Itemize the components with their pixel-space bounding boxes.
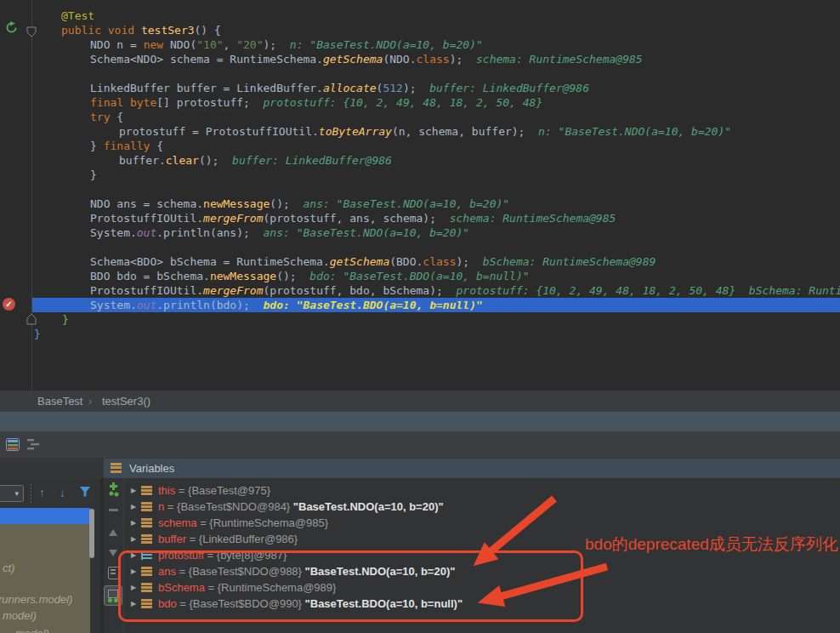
variables-header-label: Variables (129, 459, 174, 478)
code-token: mergeFrom (203, 284, 263, 297)
frame-up-button[interactable]: ↑ (39, 484, 45, 501)
code-token: Schema<NDO> schema = RuntimeSchema. (90, 53, 323, 66)
inline-debug-hint: bdo: "BaseTest.BDO(a=10, b=null)" (250, 299, 483, 311)
code-line[interactable]: Schema<BDO> bSchema = RuntimeSchema.getS… (0, 254, 840, 269)
code-line[interactable] (0, 66, 840, 81)
code-token: ; (243, 96, 250, 109)
code-line[interactable]: NDO n = new NDO("10", "20"); n: "BaseTes… (0, 37, 840, 52)
code-token: } (34, 328, 41, 340)
code-token: NDO ans = schema. (90, 197, 203, 210)
breadcrumb-separator-icon: › (88, 391, 92, 413)
variable-row[interactable]: ▶n = {BaseTest$NDO@984} "BaseTest.NDO(a=… (124, 499, 840, 515)
code-line[interactable]: Schema<NDO> schema = RuntimeSchema.getSc… (0, 52, 840, 66)
code-line[interactable]: System.out.println(ans); ans: "BaseTest.… (0, 225, 840, 240)
code-line[interactable]: final byte[] protostuff; protostuff: {10… (0, 95, 840, 110)
code-token: finally (104, 140, 157, 152)
code-token: allocate (323, 82, 377, 94)
thread-dropdown[interactable]: ▾ (0, 485, 24, 502)
menu-icon (111, 463, 122, 473)
breadcrumb-method[interactable]: testSer3() (102, 391, 150, 413)
breadcrumb-class[interactable]: BaseTest (37, 391, 82, 413)
debugger-window-icon[interactable] (5, 437, 20, 452)
code-token: ); (264, 38, 277, 51)
code-line[interactable]: protostuff = ProtostuffIOUtil.toByteArra… (0, 124, 840, 139)
code-editor[interactable]: ✓ @Testpublic void testSer3() {NDO n = n… (0, 0, 840, 390)
expand-arrow-icon[interactable]: ▶ (131, 499, 136, 515)
code-token: () { (195, 24, 221, 37)
code-line[interactable]: LinkedBuffer buffer = LinkedBuffer.alloc… (0, 81, 840, 95)
code-line[interactable]: ProtostuffIOUtil.mergeFrom(protostuff, a… (0, 211, 840, 225)
code-token: Schema<BDO> bSchema = RuntimeSchema. (90, 255, 330, 268)
code-token: { (156, 140, 163, 152)
code-line[interactable]: buffer.clear(); buffer: LinkedBuffer@986 (0, 153, 840, 168)
selected-frame-row[interactable] (0, 508, 90, 524)
code-line[interactable]: try { (0, 110, 840, 124)
annotation-rectangle (118, 550, 583, 622)
code-token: newMessage (203, 197, 270, 210)
variable-row[interactable]: ▶this = {BaseTest@975} (124, 482, 840, 499)
inline-debug-hint: protostuff: {10, 2, 49, 48, 18, 2, 50, 4… (443, 284, 735, 297)
code-token: BDO bdo = bSchema. (90, 270, 210, 282)
inline-debug-hint: bdo: "BaseTest.BDO(a=10, b=null)" (297, 270, 530, 282)
tab-variables[interactable]: Variables (104, 459, 840, 478)
code-token: (protostuff, bdo, bSchema); (264, 284, 443, 297)
remove-watch-icon[interactable] (109, 509, 118, 511)
code-line[interactable] (0, 240, 840, 254)
code-token: ProtostuffIOUtil. (90, 212, 203, 225)
code-token: ); (403, 82, 417, 94)
frame-item[interactable]: model) (15, 627, 49, 633)
move-up-icon[interactable] (109, 529, 117, 536)
code-token: protostuff = ProtostuffIOUtil. (119, 125, 319, 138)
code-token: } (62, 313, 69, 326)
breadcrumb: BaseTest › testSer3() (0, 390, 840, 412)
frame-down-button[interactable]: ↓ (60, 484, 65, 501)
code-token: class (423, 255, 456, 268)
execution-line[interactable]: System.out.println(bdo); bdo: "BaseTest.… (0, 298, 840, 312)
code-token: final byte (90, 96, 156, 109)
variable-text: n = {BaseTest$NDO@984} "BaseTest.NDO(a=1… (158, 499, 444, 515)
frames-scrollbar[interactable] (89, 509, 94, 558)
layout-structure-icon[interactable] (26, 437, 41, 452)
move-down-icon[interactable] (109, 550, 117, 556)
variable-row[interactable]: ▶schema = {RuntimeSchema@985} (124, 515, 840, 531)
code-token: ProtostuffIOUtil. (90, 284, 203, 297)
frame-item[interactable]: ct) (3, 562, 14, 574)
frame-item[interactable]: model) (3, 609, 37, 622)
inline-debug-hint: n: "BaseTest.NDO(a=10, b=20)" (525, 125, 731, 138)
code-line[interactable]: } finally { (0, 139, 840, 153)
expand-arrow-icon[interactable]: ▶ (131, 482, 136, 499)
filter-icon[interactable] (79, 486, 91, 498)
code-line[interactable]: NDO ans = schema.newMessage(); ans: "Bas… (0, 197, 840, 211)
code-line[interactable]: } (0, 327, 840, 341)
chevron-down-icon: ▾ (14, 489, 19, 498)
code-token: (NDO. (383, 53, 416, 66)
variable-text: buffer = {LinkedBuffer@986} (158, 531, 298, 547)
variable-text: schema = {RuntimeSchema@985} (158, 515, 328, 531)
code-line[interactable]: ProtostuffIOUtil.mergeFrom(protostuff, b… (0, 283, 840, 298)
code-token: LinkedBuffer buffer = LinkedBuffer. (90, 82, 323, 94)
code-token: testSer3 (141, 24, 195, 37)
expand-arrow-icon[interactable]: ▶ (131, 515, 136, 531)
code-token: , (224, 38, 237, 51)
inline-debug-hint: bSchema: RuntimeSchema@989 (469, 255, 656, 268)
code-line[interactable]: BDO bdo = bSchema.newMessage(); bdo: "Ba… (0, 269, 840, 283)
code-token: (n, schema, buffer); (392, 125, 525, 138)
code-token: (BDO. (389, 255, 423, 268)
code-line[interactable]: } (0, 168, 840, 182)
code-line[interactable] (0, 182, 840, 197)
code-line[interactable]: public void testSer3() { (0, 23, 840, 37)
code-token: 512 (383, 82, 402, 94)
variable-text: this = {BaseTest@975} (158, 482, 270, 499)
variable-name: this (158, 484, 175, 497)
green-dot (108, 598, 112, 602)
code-token: buffer. (119, 154, 166, 167)
code-line[interactable]: @Test (0, 9, 840, 23)
toggle-frame (108, 590, 118, 598)
code-line[interactable]: } (0, 312, 840, 327)
inline-debug-hint: ans: "BaseTest.NDO(a=10, b=20)" (250, 226, 469, 239)
inline-debug-hint: schema: RuntimeSchema@985 (463, 53, 642, 66)
add-watch-icon[interactable] (107, 482, 121, 497)
code-token: (protostuff, ans, schema); (264, 212, 437, 225)
frame-item[interactable]: runners.model) (0, 593, 72, 606)
expand-arrow-icon[interactable]: ▶ (131, 531, 136, 547)
